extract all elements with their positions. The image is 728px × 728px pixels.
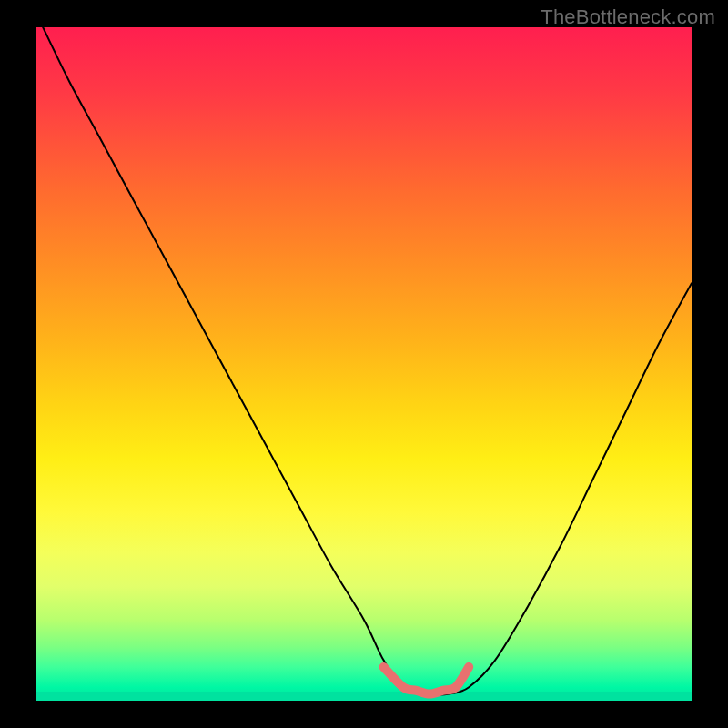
curve-layer <box>36 27 692 701</box>
watermark-label: TheBottleneck.com <box>541 5 715 29</box>
plot-area <box>36 27 692 701</box>
optimal-zone-marker <box>384 667 470 694</box>
bottleneck-curve <box>43 27 692 695</box>
chart-frame: TheBottleneck.com <box>0 0 728 728</box>
